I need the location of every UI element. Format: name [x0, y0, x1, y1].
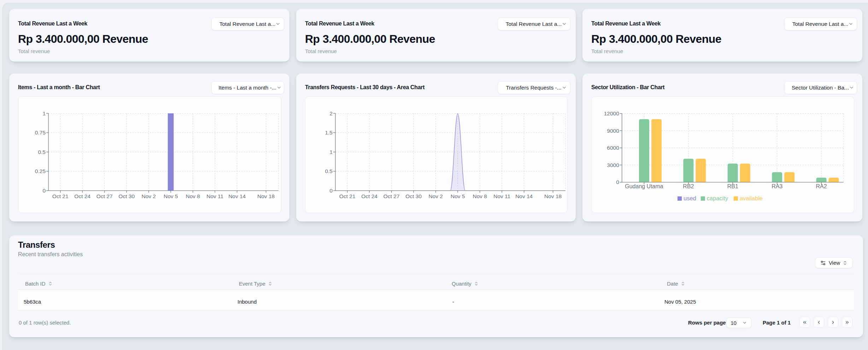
svg-text:capacity: capacity	[707, 195, 728, 201]
svg-text:Oct 27: Oct 27	[96, 193, 113, 199]
svg-text:Nov 5: Nov 5	[451, 193, 465, 199]
svg-text:RA3: RA3	[772, 183, 782, 189]
svg-text:used: used	[684, 195, 696, 201]
svg-text:Nov 2: Nov 2	[141, 193, 156, 199]
svg-text:12000: 12000	[604, 110, 619, 116]
svg-text:Oct 24: Oct 24	[361, 193, 377, 199]
svg-text:available: available	[740, 195, 763, 201]
svg-text:Gudang Utama: Gudang Utama	[625, 183, 663, 189]
svg-text:Oct 30: Oct 30	[405, 193, 422, 199]
svg-text:RB2: RB2	[683, 183, 694, 189]
svg-text:0: 0	[616, 179, 619, 185]
svg-text:Nov 2: Nov 2	[428, 193, 443, 199]
svg-text:Oct 24: Oct 24	[74, 193, 90, 199]
svg-text:1.5: 1.5	[325, 130, 333, 136]
svg-text:Nov 8: Nov 8	[473, 193, 487, 199]
svg-text:RA2: RA2	[816, 183, 827, 189]
svg-text:0.25: 0.25	[35, 168, 46, 174]
svg-text:Oct 30: Oct 30	[118, 193, 135, 199]
svg-text:Nov 11: Nov 11	[493, 193, 510, 199]
svg-text:Nov 8: Nov 8	[186, 193, 200, 199]
svg-text:0: 0	[42, 188, 46, 194]
svg-text:9000: 9000	[607, 128, 619, 134]
svg-text:0: 0	[329, 188, 333, 194]
svg-text:Nov 11: Nov 11	[206, 193, 223, 199]
svg-text:1: 1	[329, 149, 333, 155]
svg-text:Nov 14: Nov 14	[515, 193, 533, 199]
svg-text:0.75: 0.75	[35, 130, 46, 136]
svg-text:Oct 21: Oct 21	[339, 193, 356, 199]
svg-text:1: 1	[42, 110, 46, 116]
svg-text:0.5: 0.5	[38, 149, 46, 155]
svg-text:Nov 18: Nov 18	[544, 193, 562, 199]
svg-text:RB1: RB1	[727, 183, 738, 189]
svg-text:Nov 14: Nov 14	[228, 193, 246, 199]
svg-text:Oct 21: Oct 21	[52, 193, 69, 199]
svg-text:Nov 5: Nov 5	[164, 193, 178, 199]
svg-text:2: 2	[329, 110, 333, 116]
svg-text:6000: 6000	[607, 145, 619, 151]
svg-text:3000: 3000	[607, 162, 619, 168]
svg-text:Oct 27: Oct 27	[383, 193, 400, 199]
svg-text:Nov 18: Nov 18	[257, 193, 275, 199]
svg-text:0.5: 0.5	[325, 168, 333, 174]
